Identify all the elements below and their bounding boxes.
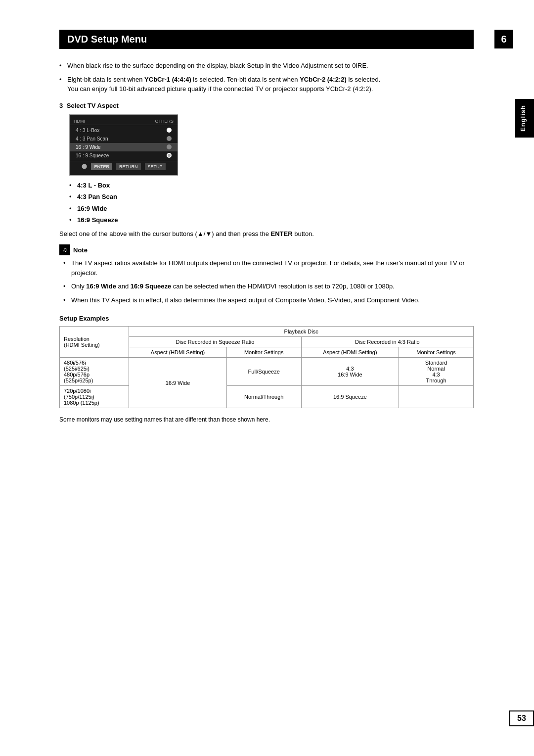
setup-examples: Setup Examples Resolution(HDMI Setting) … bbox=[59, 315, 474, 408]
nav-icon: ⬤ bbox=[82, 163, 87, 170]
menu-dot-squeeze bbox=[167, 153, 172, 158]
menu-row-label: 4 : 3 Pan Scan bbox=[76, 136, 108, 142]
note-bullet-3: When this TV Aspect is in effect, it als… bbox=[63, 295, 474, 305]
menu-dot-lbox bbox=[167, 128, 172, 133]
aspect-option-squeeze: 16:9 Squeeze bbox=[69, 215, 474, 225]
page-container: 6 English 53 DVD Setup Menu When black r… bbox=[0, 0, 534, 756]
table-header-row-1: Resolution(HDMI Setting) Playback Disc bbox=[60, 327, 474, 337]
menu-dot-wide bbox=[167, 144, 172, 149]
intro-bullet-2: Eight-bit data is sent when YCbCr-1 (4:4… bbox=[59, 75, 474, 94]
monitor-settings-header-2: Monitor Settings bbox=[399, 347, 474, 358]
aspect-option-wide: 16:9 Wide bbox=[69, 204, 474, 214]
monitor2-cell-2 bbox=[399, 386, 474, 408]
intro-bullet-list: When black rise to the surface depending… bbox=[59, 61, 474, 94]
monitor2-cell-1: StandardNormal4:3Through bbox=[399, 358, 474, 386]
menu-row-wide: 16 : 9 Wide bbox=[70, 143, 178, 151]
note-bullet-2: Only 16:9 Wide and 16:9 Squeeze can be s… bbox=[63, 282, 474, 291]
menu-row-squeeze: 16 : 9 Squeeze bbox=[70, 151, 178, 160]
menu-row-label: 4 : 3 L-Box bbox=[76, 128, 99, 133]
menu-row-label: 16 : 9 Squeeze bbox=[76, 153, 109, 158]
chapter-number: 6 bbox=[494, 30, 513, 48]
setup-examples-title: Setup Examples bbox=[59, 315, 474, 322]
note-icon: ♫ bbox=[59, 244, 70, 255]
monitor-settings-header-1: Monitor Settings bbox=[226, 347, 301, 358]
squeeze-ratio-header: Disc Recorded in Squeeze Ratio bbox=[129, 337, 301, 347]
note-header: ♫ Note bbox=[59, 244, 474, 255]
menu-btn-enter: ENTER bbox=[91, 163, 112, 170]
main-content: When black rise to the surface depending… bbox=[59, 61, 474, 423]
aspect-options-list: 4:3 L - Box 4:3 Pan Scan 16:9 Wide 16:9 … bbox=[59, 181, 474, 225]
step-number: 3 bbox=[59, 102, 63, 109]
4x3-ratio-header: Disc Recorded in 4:3 Ratio bbox=[301, 337, 473, 347]
aspect-hdmi-header-2: Aspect (HDMI Setting) bbox=[301, 347, 399, 358]
setup-table: Resolution(HDMI Setting) Playback Disc D… bbox=[59, 326, 474, 408]
note-bullet-1: The TV aspect ratios available for HDMI … bbox=[63, 258, 474, 278]
aspect-option-lbox: 4:3 L - Box bbox=[69, 181, 474, 190]
aspect-option-panscan: 4:3 Pan Scan bbox=[69, 192, 474, 202]
intro-bullet-1: When black rise to the surface depending… bbox=[59, 61, 474, 71]
note-label: Note bbox=[73, 246, 88, 254]
step-heading-text: Select TV Aspect bbox=[67, 102, 119, 109]
note-bullet-list: The TV aspect ratios available for HDMI … bbox=[59, 258, 474, 305]
menu-bottom-bar: ⬤ ENTER RETURN SETUP bbox=[70, 161, 178, 172]
menu-header-left: HDMI bbox=[74, 119, 85, 124]
table-row-1: 480i/576i(525i/625i)480p/576p(525p/625p)… bbox=[60, 358, 474, 386]
resolution-cell-2: 720p/1080i(750p/1125i)1080p (1125p) bbox=[60, 386, 129, 408]
menu-dot-panscan bbox=[167, 136, 172, 141]
tv-aspect-menu: HDMI OTHERS 4 : 3 L-Box 4 : 3 Pan Scan 1… bbox=[69, 114, 178, 176]
note-box: ♫ Note The TV aspect ratios available fo… bbox=[59, 244, 474, 305]
menu-row-panscan: 4 : 3 Pan Scan bbox=[70, 135, 178, 143]
aspect-hdmi-header-1: Aspect (HDMI Setting) bbox=[129, 347, 227, 358]
menu-row-label: 16 : 9 Wide bbox=[76, 144, 101, 150]
page-number: 53 bbox=[509, 710, 534, 726]
page-title: DVD Setup Menu bbox=[59, 30, 474, 49]
aspect2-cell-1: 4:316:9 Wide bbox=[301, 358, 399, 386]
monitor1-cell-1: Full/Squeeze bbox=[226, 358, 301, 386]
bottom-note: Some monitors may use setting names that… bbox=[59, 416, 474, 423]
resolution-cell-1: 480i/576i(525i/625i)480p/576p(525p/625p) bbox=[60, 358, 129, 386]
table-row-2: 720p/1080i(750p/1125i)1080p (1125p) Norm… bbox=[60, 386, 474, 408]
menu-btn-setup: SETUP bbox=[145, 163, 166, 170]
menu-row-lbox: 4 : 3 L-Box bbox=[70, 126, 178, 135]
monitor1-cell-2: Normal/Through bbox=[226, 386, 301, 408]
select-instruction: Select one of the above with the cursor … bbox=[59, 229, 474, 239]
menu-header: HDMI OTHERS bbox=[70, 118, 178, 125]
menu-header-right: OTHERS bbox=[155, 119, 174, 124]
step3-heading: 3 Select TV Aspect bbox=[59, 102, 474, 109]
aspect2-cell-2: 16:9 Squeeze bbox=[301, 386, 399, 408]
aspect1-cell: 16:9 Wide bbox=[129, 358, 227, 408]
language-tab: English bbox=[515, 99, 534, 138]
resolution-header: Resolution(HDMI Setting) bbox=[60, 327, 129, 358]
menu-btn-return: RETURN bbox=[116, 163, 141, 170]
playback-disc-header: Playback Disc bbox=[129, 327, 474, 337]
